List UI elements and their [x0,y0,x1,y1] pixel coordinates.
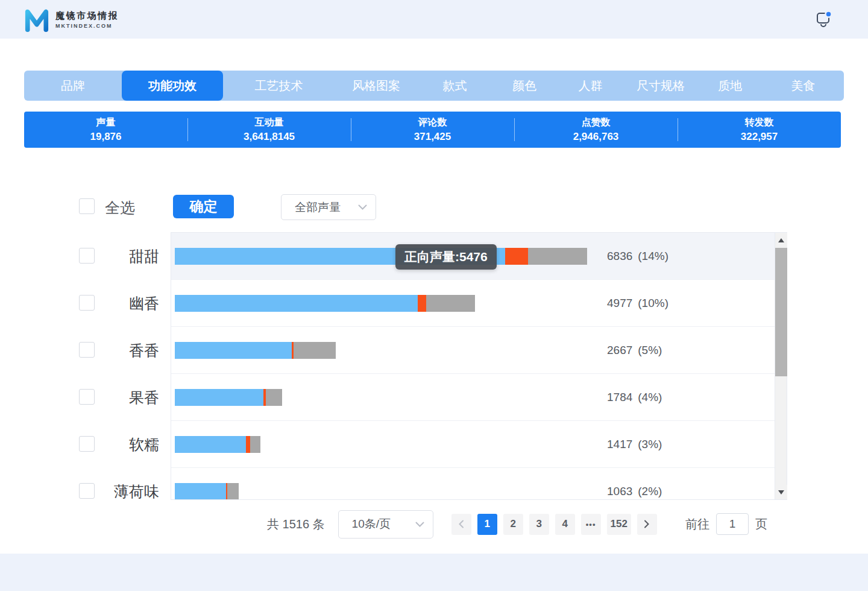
page-size-value: 10条/页 [352,516,391,532]
chevron-left-icon [458,520,464,528]
bar-track [175,295,475,312]
bar-segment-neutral [266,389,283,406]
row-label: 香香 [24,341,159,361]
total-count-label: 共 1516 条 [267,516,325,533]
tab-item-6[interactable]: 人群 [557,71,624,101]
bar-segment-positive [175,436,246,453]
stat-value: 371,425 [414,131,451,143]
tab-item-7[interactable]: 尺寸规格 [624,71,697,101]
row-label: 甜甜 [24,247,159,267]
tab-item-5[interactable]: 颜色 [492,71,557,101]
row-value: 2667(5%) [607,327,662,374]
bar-segment-positive [175,295,418,312]
row-label: 幽香 [24,294,159,314]
row-label: 软糯 [24,435,159,455]
bar-segment-negative [418,295,426,312]
tab-item-4[interactable]: 款式 [418,71,492,101]
stat-4: 转发数322,957 [678,112,841,148]
row-value: 1784(4%) [607,374,662,421]
stat-0: 声量19,876 [24,112,187,148]
page-button-152[interactable]: 152 [607,514,631,535]
confirm-button[interactable]: 确定 [173,195,234,218]
bar-segment-neutral [250,436,260,453]
tab-item-0[interactable]: 品牌 [24,71,122,101]
bar-segment-neutral [227,483,239,499]
chart-panel: 6836(14%)4977(10%)2667(5%)1784(4%)1417(3… [171,232,787,500]
page-buttons: 1234•••152 [451,514,657,535]
chart-row-幽香[interactable]: 4977(10%) [171,280,775,327]
stat-value: 19,876 [90,131,122,143]
footer-strip [0,554,868,591]
bar-track [175,389,282,406]
stat-label: 点赞数 [582,116,611,129]
chart-row-软糯[interactable]: 1417(3%) [171,421,775,468]
stat-label: 互动量 [255,116,284,129]
page-button-3[interactable]: 3 [529,514,549,535]
goto-page-input[interactable] [716,513,749,535]
stat-value: 322,957 [741,131,778,143]
chart-rows: 6836(14%)4977(10%)2667(5%)1784(4%)1417(3… [171,233,775,499]
goto-label: 前往 [685,516,709,533]
tab-item-8[interactable]: 质地 [697,71,763,101]
next-page-button[interactable] [637,514,657,535]
app-header: 魔镜市场情报 MKTINDEX.COM [0,0,868,39]
scroll-up-icon [778,238,784,242]
stat-value: 2,946,763 [573,131,619,143]
row-value: 1063(2%) [607,468,662,499]
bar-track [175,248,587,265]
stat-2: 评论数371,425 [351,112,514,148]
chart-section: 甜甜幽香香香果香软糯薄荷味 6836(14%)4977(10%)2667(5%)… [0,232,868,500]
tab-item-2[interactable]: 工艺技术 [223,71,335,101]
bar-track [175,342,336,359]
tab-item-3[interactable]: 风格图案 [335,71,418,101]
notification-badge [826,11,832,17]
volume-filter-value: 全部声量 [295,200,341,215]
stat-label: 声量 [96,116,116,129]
row-label: 果香 [24,388,159,408]
chart-row-果香[interactable]: 1784(4%) [171,374,775,421]
page-button-1[interactable]: 1 [477,514,497,535]
bar-segment-negative [246,436,250,453]
chevron-down-icon [358,204,367,210]
bar-segment-neutral [294,342,336,359]
vertical-scrollbar[interactable] [775,233,787,499]
goto-unit-label: 页 [755,516,767,533]
chevron-right-icon [644,520,650,528]
select-all-label: 全选 [105,198,135,218]
row-value: 4977(10%) [607,280,668,327]
stat-value: 3,641,8145 [244,131,295,143]
volume-filter-select[interactable]: 全部声量 [281,194,376,220]
bar-segment-neutral [426,295,475,312]
scrollbar-thumb[interactable] [775,248,787,376]
prev-page-button[interactable] [451,514,471,535]
page-button-2[interactable]: 2 [503,514,523,535]
stat-3: 点赞数2,946,763 [514,112,678,148]
bar-segment-positive [175,389,263,406]
stat-label: 评论数 [418,116,447,129]
bar-segment-negative [505,248,528,265]
stat-1: 互动量3,641,8145 [187,112,351,148]
brand-m-icon [24,6,49,33]
bar-track [175,436,260,453]
tab-bar: 品牌功能功效工艺技术风格图案款式颜色人群尺寸规格质地美食 [24,71,844,101]
chart-row-薄荷味[interactable]: 1063(2%) [171,468,775,499]
tab-item-9[interactable]: 美食 [763,71,844,101]
page-ellipsis[interactable]: ••• [581,514,601,535]
bar-segment-positive [175,483,226,499]
chevron-down-icon [415,522,424,527]
bar-track [175,483,239,499]
page-button-4[interactable]: 4 [555,514,575,535]
chart-row-香香[interactable]: 2667(5%) [171,327,775,374]
bar-segment-neutral [528,248,587,265]
tab-item-1[interactable]: 功能功效 [122,71,223,101]
brand-logo: 魔镜市场情报 MKTINDEX.COM [24,6,119,33]
page-size-select[interactable]: 10条/页 [338,510,433,539]
select-all-checkbox[interactable] [79,198,95,214]
notification-bell-icon[interactable] [814,9,833,30]
scroll-up-button[interactable] [775,233,787,247]
row-value: 1417(3%) [607,421,662,468]
scroll-down-button[interactable] [775,485,787,499]
bar-segment-positive [175,342,292,359]
stat-label: 转发数 [745,116,774,129]
row-value: 6836(14%) [607,233,668,280]
